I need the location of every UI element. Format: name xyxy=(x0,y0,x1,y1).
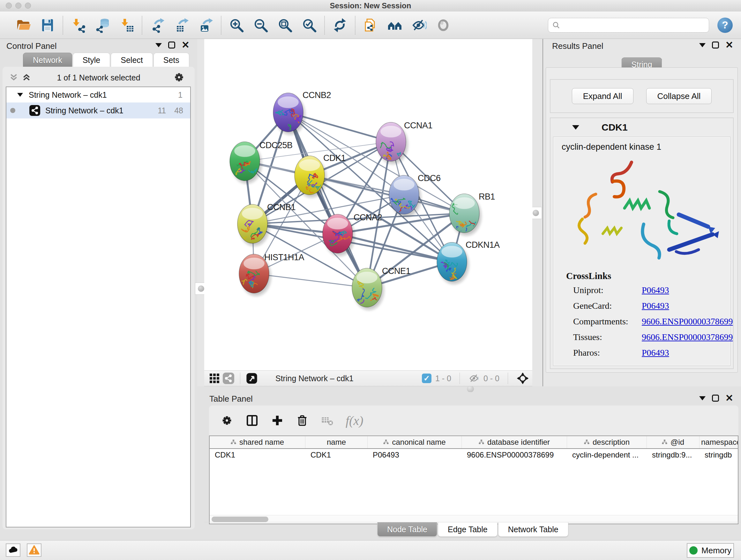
memory-button[interactable]: Memory xyxy=(687,543,734,558)
export-table-button[interactable] xyxy=(174,17,190,33)
cloud-status-button[interactable] xyxy=(6,543,20,557)
right-splitter[interactable] xyxy=(532,39,542,386)
node-HIST1H1A[interactable]: HIST1H1A xyxy=(239,253,305,296)
collapse-panel-icon[interactable] xyxy=(155,43,162,47)
node-CCNB2[interactable]: CCNB2 xyxy=(273,90,331,135)
search-input[interactable] xyxy=(563,20,705,30)
gene-entry-header[interactable]: CDK1 xyxy=(550,118,733,137)
open-session-button[interactable] xyxy=(15,17,31,33)
scrollbar-thumb[interactable] xyxy=(212,516,268,522)
table-row[interactable]: CDK1CDK1P064939606.ENSP00000378699cyclin… xyxy=(210,449,738,461)
table-cell: stringdb xyxy=(699,449,738,461)
crosslink-label: Uniprot: xyxy=(573,285,642,295)
zoom-out-button[interactable] xyxy=(253,17,269,33)
zoom-in-button[interactable] xyxy=(228,17,245,33)
duplicate-network-button[interactable] xyxy=(362,17,379,33)
node-RB1[interactable]: RB1 xyxy=(449,192,495,236)
crosslink-link[interactable]: P06493 xyxy=(642,285,733,295)
fit-selected-icon[interactable] xyxy=(516,372,529,385)
bottom-splitter-handle[interactable] xyxy=(467,385,474,392)
window-buttons[interactable] xyxy=(6,3,31,9)
window-minimize-icon[interactable] xyxy=(15,3,21,9)
detach-view-button[interactable] xyxy=(245,371,259,385)
float-panel-icon[interactable] xyxy=(712,42,719,49)
save-session-button[interactable] xyxy=(40,17,56,33)
node-CCNA1[interactable]: CCNA1 xyxy=(376,121,432,164)
node-CDKN1A[interactable]: CDKN1A xyxy=(437,240,500,284)
column-header-database-identifier[interactable]: database identifier xyxy=(462,436,567,448)
hidden-eye-icon[interactable] xyxy=(468,373,480,384)
column-header-canonical-name[interactable]: canonical name xyxy=(367,436,462,448)
zoom-fit-button[interactable] xyxy=(277,17,293,33)
export-image-button[interactable] xyxy=(198,17,214,33)
close-panel-icon[interactable]: ✕ xyxy=(725,42,733,49)
node-CCNB1[interactable]: CCNB1 xyxy=(238,202,295,246)
column-header-description[interactable]: description xyxy=(567,436,647,448)
tab-style[interactable]: Style xyxy=(73,53,111,67)
network-options-gear-icon[interactable] xyxy=(173,71,185,84)
float-panel-icon[interactable] xyxy=(712,395,719,401)
node-CCNE1[interactable]: CCNE1 xyxy=(352,266,410,316)
warnings-button[interactable] xyxy=(27,543,42,557)
tab-sets[interactable]: Sets xyxy=(153,53,189,67)
hide-selected-networks-button[interactable] xyxy=(411,17,427,33)
float-panel-icon[interactable] xyxy=(168,42,175,49)
crosslink-link[interactable]: 9606.ENSP00000378699 xyxy=(642,332,733,342)
node-table[interactable]: shared namenamecanonical namedatabase id… xyxy=(209,435,738,524)
network-collection-row[interactable]: String Network – cdk11 xyxy=(6,87,190,103)
search-box[interactable] xyxy=(548,18,709,33)
window-close-icon[interactable] xyxy=(6,3,12,9)
column-header-shared-name[interactable]: shared name xyxy=(210,436,306,448)
collapse-entry-icon[interactable] xyxy=(572,125,579,130)
collapse-panel-icon[interactable] xyxy=(699,43,705,47)
refresh-network-button[interactable] xyxy=(332,17,348,33)
separator xyxy=(460,373,460,384)
show-columns-icon[interactable] xyxy=(246,414,259,427)
node-CDC25B[interactable]: CDC25B xyxy=(230,140,293,184)
show-all-networks-button[interactable] xyxy=(387,17,403,33)
close-panel-icon[interactable]: ✕ xyxy=(182,42,190,49)
crosslink-link[interactable]: P06493 xyxy=(642,301,733,311)
delete-column-icon[interactable] xyxy=(296,414,309,427)
network-view-button[interactable] xyxy=(221,371,235,385)
gene-entry: CDK1 cyclin-dependent kinase 1 xyxy=(550,118,734,369)
grid-view-button[interactable] xyxy=(207,371,221,385)
separator xyxy=(508,373,508,384)
import-network-database-button[interactable] xyxy=(94,17,111,33)
import-network-button[interactable] xyxy=(70,17,86,33)
column-header-namespace[interactable]: namespace xyxy=(699,436,738,448)
close-panel-icon[interactable]: ✕ xyxy=(725,395,733,401)
tab-edge-table[interactable]: Edge Table xyxy=(438,522,497,537)
network-row[interactable]: String Network – cdk11148 xyxy=(6,103,190,118)
crosslink-link[interactable]: 9606.ENSP00000378699 xyxy=(642,316,733,327)
edge-CCNE1-HIST1H1A[interactable] xyxy=(254,273,367,288)
column-type-icon xyxy=(479,440,484,445)
selected-checkbox[interactable]: ✓ xyxy=(422,374,431,383)
help-button[interactable]: ? xyxy=(718,17,733,33)
tab-network[interactable]: Network xyxy=(23,53,72,67)
table-options-gear-icon[interactable] xyxy=(220,414,233,427)
expand-all-button[interactable]: Expand All xyxy=(572,88,633,104)
window-maximize-icon[interactable] xyxy=(25,3,31,9)
show-hidden-networks-button[interactable] xyxy=(435,17,451,33)
left-splitter[interactable] xyxy=(197,39,204,386)
duplicate-network-icon xyxy=(363,17,378,33)
export-network-button[interactable] xyxy=(149,17,165,33)
crosslink-label: Compartments: xyxy=(573,316,642,327)
node-CDK1[interactable]: CDK1 xyxy=(294,153,346,198)
collapse-panel-icon[interactable] xyxy=(699,396,705,400)
column-header--id[interactable]: @id xyxy=(647,436,699,448)
application-window: Session: New Session ? Control Panel ✕ N… xyxy=(0,0,741,560)
column-header-name[interactable]: name xyxy=(306,436,367,448)
add-column-icon[interactable] xyxy=(271,414,284,427)
network-canvas[interactable]: CCNB2CCNA1CDC25BCDK1CDC6RB1CCNB1CCNA2CDK… xyxy=(204,39,532,370)
tab-network-table[interactable]: Network Table xyxy=(498,522,568,537)
collection-expander-icon[interactable] xyxy=(17,93,23,97)
import-table-button[interactable] xyxy=(119,17,135,33)
zoom-selected-button[interactable] xyxy=(301,17,317,33)
tab-node-table[interactable]: Node Table xyxy=(377,522,437,537)
bottom-splitter[interactable] xyxy=(204,386,741,392)
collapse-all-button[interactable]: Collapse All xyxy=(646,88,712,104)
tab-select[interactable]: Select xyxy=(111,53,152,67)
crosslink-link[interactable]: P06493 xyxy=(642,348,733,358)
